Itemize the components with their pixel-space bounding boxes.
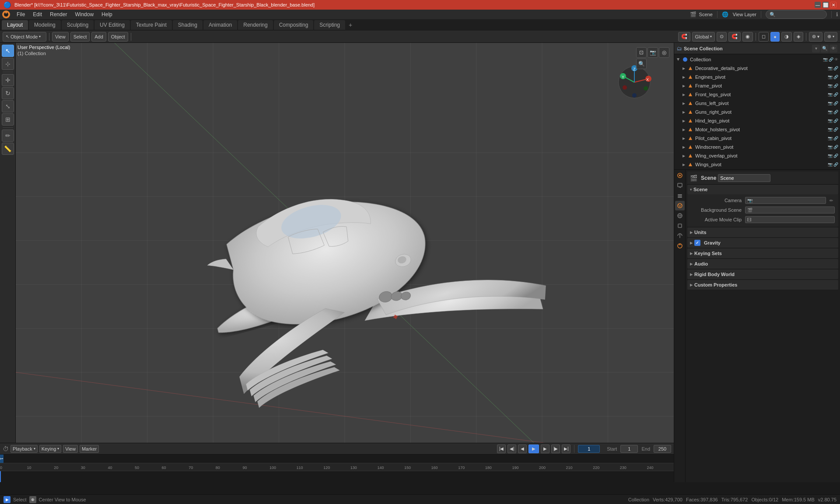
current-frame-input[interactable] [578, 445, 600, 453]
marker-dropdown[interactable]: Marker [80, 445, 99, 453]
prop-icon-scene[interactable] [675, 201, 685, 210]
collection-visible-icon[interactable]: 👁 [834, 57, 838, 62]
view-dropdown[interactable]: View [63, 445, 78, 453]
jump-end-btn[interactable]: ▶| [562, 444, 570, 453]
tab-layout[interactable]: Layout [2, 20, 28, 30]
close-button[interactable]: ✕ [830, 2, 836, 8]
tab-uv-editing[interactable]: UV Editing [94, 20, 130, 30]
annotate-tool-button[interactable]: ✏ [2, 130, 14, 142]
prev-keyframe-btn[interactable]: ◀| [508, 444, 516, 453]
camera-prop-value[interactable]: 📷 [745, 197, 826, 204]
add-menu-btn[interactable]: Add [91, 32, 106, 42]
snap-toggle[interactable]: 🧲 [678, 32, 690, 42]
prop-icon-object[interactable] [675, 221, 685, 231]
select-tool-button[interactable]: ↖ [2, 45, 14, 57]
prop-icon-world[interactable] [675, 211, 685, 220]
item-9-arrow[interactable]: ▶ [681, 144, 686, 150]
minimize-button[interactable]: — [815, 2, 821, 8]
bg-scene-value[interactable]: 🎬 [745, 206, 835, 214]
select-menu-btn[interactable]: Select [70, 32, 90, 42]
movie-clip-value[interactable]: 🎞 [745, 216, 835, 223]
outliner-visibility-icon[interactable]: 👁 [830, 45, 837, 52]
navigation-gizmo[interactable]: X Y Z [617, 65, 652, 100]
item-1-link-icon[interactable]: 🔗 [833, 75, 838, 79]
item-4-cam-icon[interactable]: 📷 [828, 101, 833, 105]
keying-sets-header[interactable]: ▶ Keying Sets [687, 248, 838, 258]
menu-edit[interactable]: Edit [29, 10, 46, 18]
view-camera-btn[interactable]: 📷 [648, 47, 658, 58]
pivot-btn[interactable]: ⊙ [717, 32, 727, 42]
jump-start-btn[interactable]: |◀ [497, 444, 506, 453]
item-0-cam-icon[interactable]: 📷 [828, 66, 833, 70]
start-frame-input[interactable] [620, 445, 638, 453]
transform-origin-btn[interactable]: Global ▾ [692, 32, 715, 42]
cursor-tool-button[interactable]: ⊹ [2, 58, 14, 70]
3d-viewport[interactable]: User Perspective (Local) (1) Collection … [16, 43, 674, 482]
outliner-item-collection[interactable]: ▶ Collection 📷 🔗 👁 [674, 55, 840, 64]
gravity-checkbox[interactable]: ✓ [694, 240, 700, 246]
item-3-link-icon[interactable]: 🔗 [833, 92, 838, 97]
prop-icon-physics[interactable] [675, 241, 685, 251]
outliner-item-8[interactable]: ▶ Pilot_cabin_pivot 📷 🔗 [674, 134, 840, 143]
item-11-arrow[interactable]: ▶ [681, 162, 686, 167]
outliner-item-2[interactable]: ▶ Frame_pivot 📷 🔗 [674, 81, 840, 90]
shading-rendered-btn[interactable]: ◈ [794, 32, 803, 42]
tab-sculpting[interactable]: Sculpting [62, 20, 94, 30]
outliner-item-9[interactable]: ▶ Windscreen_pivot 📷 🔗 [674, 143, 840, 151]
item-6-cam-icon[interactable]: 📷 [828, 119, 833, 123]
maximize-button[interactable]: ⬜ [822, 2, 829, 8]
prop-icon-output[interactable] [675, 181, 685, 190]
prop-icon-render[interactable] [675, 171, 685, 180]
item-11-cam-icon[interactable]: 📷 [828, 162, 833, 167]
item-3-arrow[interactable]: ▶ [681, 92, 686, 97]
object-menu-btn[interactable]: Object [108, 32, 128, 42]
item-6-link-icon[interactable]: 🔗 [833, 119, 838, 123]
move-tool-button[interactable]: ✛ [2, 74, 14, 86]
rotate-tool-button[interactable]: ↻ [2, 87, 14, 99]
tab-modeling[interactable]: Modeling [29, 20, 61, 30]
outliner-item-7[interactable]: ▶ Motor_holsters_pivot 📷 🔗 [674, 125, 840, 134]
outliner-search-icon[interactable]: 🔍 [821, 45, 829, 52]
proportional-btn[interactable]: ◉ [742, 32, 753, 42]
scale-tool-button[interactable]: ⤡ [2, 100, 14, 112]
rigid-body-header[interactable]: ▶ Rigid Body World [687, 270, 838, 279]
scene-name-input[interactable] [718, 174, 770, 182]
outliner-item-4[interactable]: ▶ Guns_left_pivot 📷 🔗 [674, 99, 840, 108]
tab-shading[interactable]: Shading [173, 20, 203, 30]
item-5-link-icon[interactable]: 🔗 [833, 110, 838, 114]
menu-window[interactable]: Window [71, 10, 97, 18]
item-4-link-icon[interactable]: 🔗 [833, 101, 838, 105]
audio-section-header[interactable]: ▶ Audio [687, 259, 838, 269]
item-10-arrow[interactable]: ▶ [681, 153, 686, 158]
item-9-cam-icon[interactable]: 📷 [828, 145, 833, 149]
view-menu-btn[interactable]: View [52, 32, 69, 42]
item-2-arrow[interactable]: ▶ [681, 83, 686, 88]
item-9-link-icon[interactable]: 🔗 [833, 145, 838, 149]
item-7-cam-icon[interactable]: 📷 [828, 127, 833, 132]
item-10-link-icon[interactable]: 🔗 [833, 154, 838, 158]
next-frame-btn[interactable]: ▶ [541, 444, 550, 453]
tab-scripting[interactable]: Scripting [314, 20, 345, 30]
header-search-input[interactable] [766, 10, 827, 19]
outliner-item-10[interactable]: ▶ Wing_overlap_pivot 📷 🔗 [674, 151, 840, 160]
outliner-filter-icon[interactable]: ▾ [812, 45, 820, 52]
collection-expand-arrow[interactable]: ▶ [676, 57, 681, 62]
shading-wireframe-btn[interactable]: ◻ [759, 32, 769, 42]
collection-link-icon[interactable]: 🔗 [829, 57, 833, 62]
timeline-scrub-area[interactable] [0, 471, 674, 482]
transform-tool-button[interactable]: ⊞ [2, 113, 14, 126]
prop-icon-modifier[interactable] [675, 231, 685, 241]
item-0-arrow[interactable]: ▶ [681, 66, 686, 71]
prev-frame-btn[interactable]: ◀ [518, 444, 527, 453]
item-8-arrow[interactable]: ▶ [681, 136, 686, 141]
gravity-section-header[interactable]: ▶ ✓ Gravity [687, 238, 838, 248]
shading-material-btn[interactable]: ◑ [781, 32, 792, 42]
tab-rendering[interactable]: Rendering [238, 20, 273, 30]
item-10-cam-icon[interactable]: 📷 [828, 154, 833, 158]
end-frame-input[interactable] [654, 445, 671, 453]
gizmo-btn[interactable]: ⊕ ▾ [824, 32, 837, 42]
next-keyframe-btn[interactable]: |▶ [551, 444, 560, 453]
snap-btn[interactable]: 🧲 [728, 32, 741, 42]
overlays-btn[interactable]: ⊛ ▾ [809, 32, 822, 42]
item-0-link-icon[interactable]: 🔗 [833, 66, 838, 70]
